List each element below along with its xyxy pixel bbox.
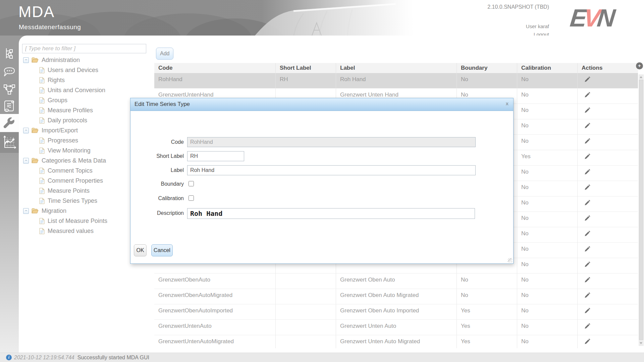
sidebar-item-settings[interactable] xyxy=(0,114,19,132)
cell-short-label xyxy=(276,289,336,304)
tree-folder-label: Administration xyxy=(42,57,80,64)
sidebar-item-workflow[interactable] xyxy=(0,80,19,98)
status-message: Successfully started MDA GUI xyxy=(77,355,149,361)
table-row[interactable]: GrenzwertObenAutoGrenzwert Oben AutoNoNo xyxy=(154,274,638,289)
column-header-code[interactable]: Code xyxy=(154,63,276,73)
table-row[interactable]: GrenzwertUntenAutoGrenzwert Unten AutoYe… xyxy=(154,320,638,335)
cell-calibration: No xyxy=(517,73,578,88)
column-header-boundary[interactable]: Boundary xyxy=(457,63,517,73)
cell-label: Roh Hand xyxy=(336,73,457,88)
cell-calibration: No xyxy=(517,212,578,227)
vertical-scrollbar[interactable] xyxy=(639,74,644,346)
column-header-calibration[interactable]: Calibration xyxy=(517,63,578,73)
description-label: Description xyxy=(130,210,184,216)
edit-icon[interactable] xyxy=(584,245,591,254)
cell-actions xyxy=(578,119,638,134)
cell-actions xyxy=(578,73,638,88)
cell-calibration: No xyxy=(517,88,578,104)
edit-icon[interactable] xyxy=(584,261,591,270)
collapse-icon[interactable]: − xyxy=(23,208,29,214)
cell-short-label xyxy=(276,304,336,319)
add-button[interactable]: Add xyxy=(156,48,173,60)
edit-icon[interactable] xyxy=(584,292,591,301)
label-field[interactable] xyxy=(187,165,476,175)
cell-label: Grenzwert Oben Auto Imported xyxy=(336,304,457,319)
tree-item-label: Groups xyxy=(48,97,67,104)
cell-actions xyxy=(578,304,638,319)
sidebar-item-protocol[interactable] xyxy=(0,97,19,115)
cell-boundary: No xyxy=(457,73,517,88)
collapse-icon[interactable]: − xyxy=(23,128,29,133)
sidebar-item-hierarchy[interactable] xyxy=(0,45,19,62)
edit-icon[interactable] xyxy=(584,184,591,193)
table-row[interactable]: GrenzwertUntenAutoMigratedGrenzwert Unte… xyxy=(154,335,638,348)
table-row[interactable]: GrenzwertObenAutoImportedGrenzwert Oben … xyxy=(154,304,638,320)
close-icon[interactable]: x xyxy=(506,101,508,106)
resize-grip[interactable] xyxy=(508,258,512,262)
document-icon xyxy=(39,97,45,104)
edit-icon[interactable] xyxy=(584,76,591,85)
edit-icon[interactable] xyxy=(584,338,591,347)
cell-calibration: No xyxy=(517,320,578,335)
edit-icon[interactable] xyxy=(584,276,591,285)
sidebar-item-comments[interactable] xyxy=(0,63,19,80)
column-header-short-label[interactable]: Short Label xyxy=(276,63,336,73)
cell-actions xyxy=(578,212,638,227)
edit-icon[interactable] xyxy=(584,215,591,224)
hierarchy-icon xyxy=(4,48,15,60)
edit-icon[interactable] xyxy=(584,91,591,100)
short-label-field[interactable] xyxy=(187,151,244,161)
cancel-button[interactable]: Cancel xyxy=(151,244,173,256)
collapse-icon[interactable]: − xyxy=(23,57,29,63)
edit-icon[interactable] xyxy=(584,107,591,116)
tree-item[interactable]: Users and Devices xyxy=(19,65,153,75)
tree-item[interactable]: Rights xyxy=(19,75,153,85)
cell-calibration: Yes xyxy=(517,150,578,165)
cell-boundary: No xyxy=(457,274,517,289)
boundary-checkbox[interactable] xyxy=(189,181,194,186)
table-row[interactable]: GrenzwertObenAutoMigratedGrenzwert Oben … xyxy=(154,289,638,304)
table-row[interactable]: RohHandRHRoh HandNoNo xyxy=(154,73,638,88)
edit-icon[interactable] xyxy=(584,199,591,208)
cell-calibration: No xyxy=(517,289,578,304)
tree-folder-label: Categories & Meta Data xyxy=(42,157,106,164)
folder-icon xyxy=(32,128,39,133)
edit-icon[interactable] xyxy=(584,168,591,177)
app-subtitle: Messdatenerfassung xyxy=(19,23,81,31)
edit-icon[interactable] xyxy=(584,307,591,316)
column-header-label[interactable]: Label xyxy=(336,63,457,73)
tree-filter-input[interactable] xyxy=(22,44,146,53)
document-icon xyxy=(39,147,45,154)
tree-folder[interactable]: −Administration xyxy=(19,55,153,65)
cell-actions xyxy=(578,135,638,150)
ok-button[interactable]: OK xyxy=(134,244,147,256)
scroll-down-icon[interactable] xyxy=(640,342,642,344)
cell-actions xyxy=(578,289,638,304)
scroll-up-icon[interactable] xyxy=(640,76,642,78)
collapse-icon[interactable]: − xyxy=(23,158,29,164)
calibration-checkbox[interactable] xyxy=(189,195,194,201)
description-field[interactable] xyxy=(187,208,475,219)
scrollbar-thumb[interactable] xyxy=(639,80,643,340)
info-icon: i xyxy=(6,355,12,360)
wrench-icon xyxy=(3,117,16,129)
cell-calibration: No xyxy=(517,181,578,196)
edit-icon[interactable] xyxy=(584,137,591,146)
document-icon xyxy=(39,168,45,174)
evn-logo: EVN xyxy=(569,5,615,32)
sidebar-item-charts[interactable] xyxy=(0,132,19,153)
document-icon xyxy=(39,178,45,184)
cell-label: Grenzwert Unten Auto xyxy=(336,320,457,335)
dialog-titlebar[interactable]: Edit Time Series Type x xyxy=(130,98,513,111)
edit-icon[interactable] xyxy=(584,230,591,239)
table-config-icon[interactable]: + xyxy=(636,62,643,69)
chart-icon xyxy=(3,135,16,149)
document-icon xyxy=(39,117,45,124)
tree-item[interactable]: Units and Conversion xyxy=(19,85,153,95)
cell-calibration: No xyxy=(517,304,578,319)
calibration-label: Calibration xyxy=(130,195,184,201)
edit-icon[interactable] xyxy=(584,122,591,131)
edit-icon[interactable] xyxy=(584,153,591,162)
edit-icon[interactable] xyxy=(584,322,591,331)
cell-code: GrenzwertObenAuto xyxy=(154,274,276,289)
